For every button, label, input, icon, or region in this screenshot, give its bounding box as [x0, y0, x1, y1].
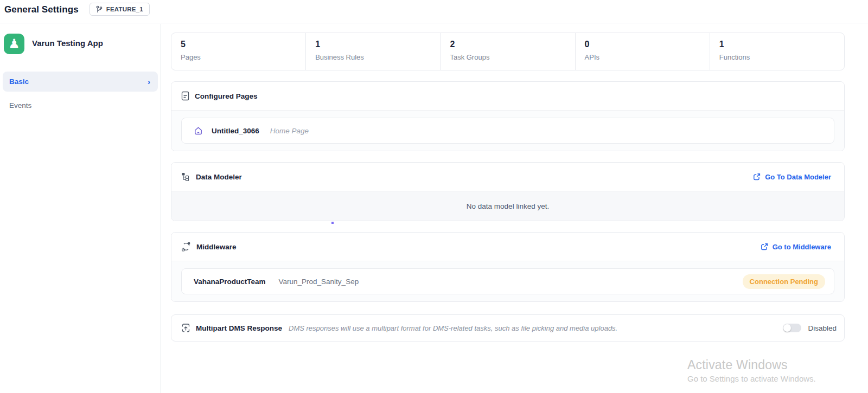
go-to-data-modeler-label: Go To Data Modeler — [765, 173, 831, 181]
toggle-knob — [783, 324, 791, 332]
app-name: Varun Testing App — [32, 34, 103, 48]
multipart-title: Multipart DMS Response — [196, 324, 282, 332]
feature-badge-label: FEATURE_1 — [106, 6, 143, 12]
middleware-body: VahanaProductTeam Varun_Prod_Sanity_Sep … — [171, 261, 844, 301]
stat-task-groups: 2 Task Groups — [441, 33, 575, 70]
multipart-toggle-group: Disabled — [783, 324, 837, 332]
middleware-header: Middleware Go to Middleware — [171, 233, 844, 261]
stat-business-rules: 1 Business Rules — [306, 33, 441, 70]
external-link-icon — [761, 243, 768, 250]
chess-pawn-icon: ♟ — [8, 37, 20, 50]
stat-functions: 1 Functions — [710, 33, 844, 70]
stat-pages-label: Pages — [181, 53, 305, 61]
middleware-section: Middleware Go to Middleware VahanaProduc… — [171, 232, 845, 302]
app-header: ♟ Varun Testing App — [0, 24, 161, 54]
go-to-data-modeler-link[interactable]: Go To Data Modeler — [753, 173, 831, 181]
watermark-line1: Activate Windows — [687, 358, 816, 372]
sidebar-nav: Basic › Events — [0, 72, 161, 115]
middleware-project-name: Varun_Prod_Sanity_Sep — [279, 278, 359, 286]
git-branch-icon — [96, 5, 103, 13]
sidebar-item-basic[interactable]: Basic › — [3, 72, 158, 92]
page-name: Untitled_3066 — [212, 127, 259, 135]
data-modeler-empty-text: No data model linked yet. — [467, 202, 549, 210]
stray-dot-artifact — [331, 222, 334, 224]
sidebar-item-basic-label: Basic — [9, 78, 29, 86]
stat-business-rules-label: Business Rules — [315, 53, 440, 61]
windows-activation-watermark: Activate Windows Go to Settings to activ… — [687, 358, 816, 383]
stats-summary-row: 5 Pages 1 Business Rules 2 Task Groups 0… — [171, 33, 845, 70]
connection-status-badge: Connection Pending — [743, 274, 825, 289]
configured-pages-title: Configured Pages — [195, 92, 258, 100]
top-header-bar: General Settings FEATURE_1 — [0, 0, 868, 23]
feature-branch-badge[interactable]: FEATURE_1 — [90, 3, 150, 16]
configured-pages-header: Configured Pages — [171, 82, 844, 110]
page-title: General Settings — [4, 3, 79, 17]
configured-pages-body: Untitled_3066 Home Page — [171, 110, 844, 151]
chevron-right-icon: › — [148, 77, 150, 86]
sidebar: ♟ Varun Testing App Basic › Events — [0, 24, 161, 393]
sitemap-icon — [181, 172, 190, 182]
data-modeler-header: Data Modeler Go To Data Modeler — [171, 163, 844, 191]
multipart-toggle-label: Disabled — [808, 324, 837, 332]
go-to-middleware-link[interactable]: Go to Middleware — [761, 243, 831, 251]
multipart-dms-row: Multipart DMS Response DMS responses wil… — [171, 314, 845, 342]
stat-pages: 5 Pages — [171, 33, 306, 70]
page-note: Home Page — [270, 127, 309, 135]
sidebar-item-events-label: Events — [9, 101, 31, 109]
stat-task-groups-value: 2 — [450, 40, 575, 49]
sidebar-item-events[interactable]: Events — [3, 95, 158, 115]
stat-pages-value: 5 — [181, 40, 305, 49]
stat-apis: 0 APIs — [576, 33, 710, 70]
stat-business-rules-value: 1 — [315, 40, 440, 49]
home-icon — [194, 126, 203, 136]
data-modeler-title: Data Modeler — [196, 173, 242, 181]
stat-task-groups-label: Task Groups — [450, 53, 575, 61]
file-text-icon — [181, 91, 189, 101]
file-upload-icon — [181, 323, 190, 333]
go-to-middleware-label: Go to Middleware — [773, 243, 831, 251]
stat-functions-value: 1 — [719, 40, 844, 49]
watermark-line2: Go to Settings to activate Windows. — [687, 374, 816, 383]
app-logo: ♟ — [4, 34, 24, 54]
configured-pages-section: Configured Pages Untitled_3066 Home Page — [171, 81, 845, 151]
main-content: 5 Pages 1 Business Rules 2 Task Groups 0… — [162, 24, 868, 393]
middleware-team-name: VahanaProductTeam — [194, 278, 266, 286]
page-row[interactable]: Untitled_3066 Home Page — [181, 118, 834, 144]
stat-functions-label: Functions — [719, 53, 844, 61]
multipart-description: DMS responses will use a multipart forma… — [289, 324, 617, 332]
data-modeler-section: Data Modeler Go To Data Modeler No data … — [171, 162, 845, 221]
middleware-sync-icon — [181, 242, 191, 252]
data-modeler-body: No data model linked yet. — [171, 191, 844, 221]
stat-apis-value: 0 — [585, 40, 710, 49]
multipart-toggle[interactable] — [783, 324, 801, 332]
stat-apis-label: APIs — [585, 53, 710, 61]
middleware-row[interactable]: VahanaProductTeam Varun_Prod_Sanity_Sep … — [181, 268, 834, 294]
middleware-title: Middleware — [196, 243, 237, 251]
external-link-icon — [753, 173, 761, 181]
